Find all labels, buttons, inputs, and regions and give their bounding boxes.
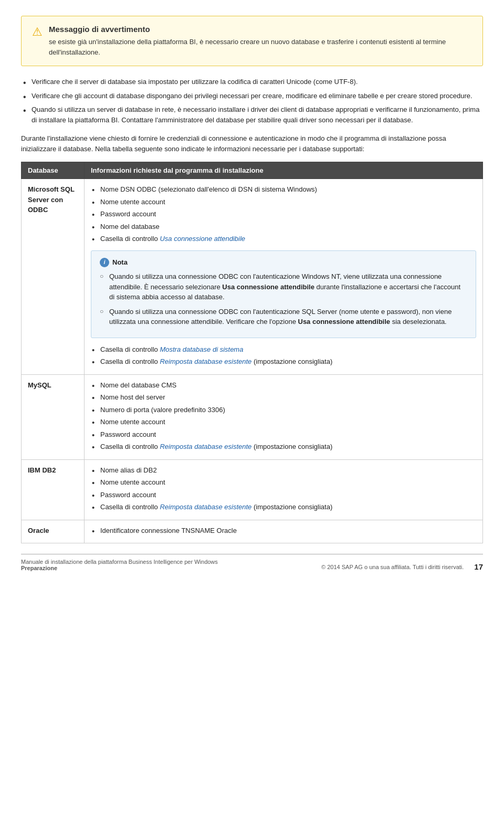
table-row-oracle: Oracle Identificatore connessione TNSNAM… [22,520,483,543]
warning-body: se esiste già un'installazione della pia… [49,37,472,57]
list-item: Casella di controllo Mostra database di … [91,344,476,355]
list-item: Password account [91,490,476,500]
db-name-mssql: Microsoft SQLServer conODBC [22,179,85,375]
list-item: Password account [91,209,476,219]
list-item: Nome utente account [91,477,476,488]
warning-box: ⚠ Messaggio di avvertimento se esiste gi… [21,16,483,66]
note-title: i Nota [100,257,467,268]
table-row-ibmdb2: IBM DB2 Nome alias di DB2 Nome utente ac… [22,459,483,520]
list-item: Casella di controllo Reimposta database … [91,502,476,512]
warning-title: Messaggio di avvertimento [49,25,472,34]
section-label: Preparazione [21,565,218,571]
note-box: i Nota Quando si utilizza una connession… [91,250,476,338]
list-item: Casella di controllo Reimposta database … [91,442,476,452]
note-item: Quando si utilizza una connessione ODBC … [100,307,467,327]
list-item: Nome host del server [91,392,476,403]
db-info-oracle: Identificatore connessione TNSNAME Oracl… [85,520,483,543]
list-item: Nome utente account [91,197,476,207]
db-name-mysql: MySQL [22,374,85,459]
db-name-ibmdb2: IBM DB2 [22,459,85,520]
footer-left: Manuale di installazione della piattafor… [21,559,218,571]
list-item: Numero di porta (valore predefinito 3306… [91,405,476,415]
bullet-item: Verificare che gli account di database d… [21,91,483,101]
list-item: Nome utente account [91,417,476,427]
list-item: Nome DSN ODBC (selezionato dall'elenco d… [91,184,476,195]
footer-right: © 2014 SAP AG o una sua affiliata. Tutti… [321,562,483,571]
list-item: Nome del database CMS [91,380,476,391]
db-info-mssql: Nome DSN ODBC (selezionato dall'elenco d… [85,179,483,375]
warning-icon: ⚠ [32,25,43,39]
intro-paragraph: Durante l'installazione viene chiesto di… [21,133,483,154]
manual-title: Manuale di installazione della piattafor… [21,559,218,565]
col-header-database: Database [22,162,85,179]
db-name-oracle: Oracle [22,520,85,543]
list-item: Password account [91,429,476,440]
note-item: Quando si utilizza una connessione ODBC … [100,271,467,302]
list-item: Nome del database [91,222,476,232]
table-row-mssql: Microsoft SQLServer conODBC Nome DSN ODB… [22,179,483,375]
list-item: Casella di controllo Usa connessione att… [91,234,476,244]
copyright-text: © 2014 SAP AG o una sua affiliata. Tutti… [321,564,464,570]
page-footer: Manuale di installazione della piattafor… [21,554,483,571]
col-header-info: Informazioni richieste dal programma di … [85,162,483,179]
database-table: Database Informazioni richieste dal prog… [21,162,483,543]
bullet-item: Verificare che il server di database sia… [21,77,483,87]
db-info-ibmdb2: Nome alias di DB2 Nome utente account Pa… [85,459,483,520]
info-icon: i [100,258,109,267]
bullet-item: Quando si utilizza un server di database… [21,104,483,125]
list-item: Nome alias di DB2 [91,465,476,476]
list-item: Identificatore connessione TNSNAME Oracl… [91,526,476,536]
list-item: Casella di controllo Reimposta database … [91,356,476,367]
intro-bullets: Verificare che il server di database sia… [21,77,483,125]
db-info-mysql: Nome del database CMS Nome host del serv… [85,374,483,459]
table-row-mysql: MySQL Nome del database CMS Nome host de… [22,374,483,459]
page-number: 17 [474,562,483,571]
